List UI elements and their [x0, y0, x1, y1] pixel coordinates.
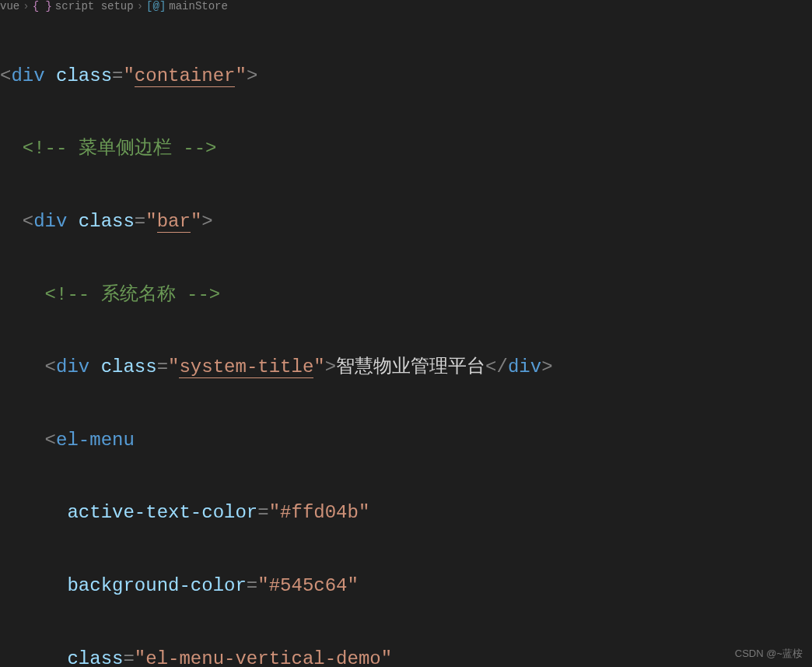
code-comment: <!-- 系统名称 --> — [45, 284, 221, 305]
code-token: #ffd04b — [280, 502, 359, 523]
breadcrumb: vue › { } script setup › [@] mainStore — [0, 0, 812, 16]
braces-icon: { } — [33, 0, 52, 12]
code-token: el-menu-vertical-demo — [145, 648, 380, 667]
code-token: class — [67, 648, 123, 667]
chevron-right-icon: › — [137, 0, 143, 12]
code-token: class — [56, 65, 112, 86]
breadcrumb-item[interactable]: mainStore — [169, 0, 228, 12]
code-comment: <!-- 菜单侧边栏 --> — [23, 138, 217, 159]
code-token: = — [112, 65, 123, 86]
code-token: " — [123, 65, 134, 86]
breadcrumb-item[interactable]: vue — [0, 0, 19, 12]
code-token: active-text-color — [67, 502, 257, 523]
code-token: div — [508, 356, 541, 377]
code-token: class — [79, 211, 135, 232]
code-token: div — [33, 211, 67, 232]
chevron-right-icon: › — [23, 0, 29, 12]
breadcrumb-item[interactable]: script setup — [55, 0, 134, 12]
code-editor[interactable]: <div class="container"> <!-- 菜单侧边栏 --> <… — [0, 16, 812, 667]
code-token: container — [135, 65, 236, 87]
watermark-text: CSDN @~蓝桉 — [735, 647, 803, 661]
code-token: " — [235, 65, 246, 86]
code-token: background-color — [67, 575, 246, 596]
code-text: 智慧物业管理平台 — [336, 356, 485, 377]
code-token: class — [101, 356, 157, 377]
code-token: #545c64 — [269, 575, 348, 596]
code-token: div — [11, 65, 44, 86]
code-token: el-menu — [56, 430, 135, 451]
code-token: system-title — [179, 356, 313, 378]
code-token: bar — [157, 211, 191, 233]
code-token: < — [0, 65, 11, 86]
code-token: div — [56, 356, 89, 377]
code-token: > — [247, 65, 257, 86]
variable-icon: [@] — [146, 0, 166, 12]
